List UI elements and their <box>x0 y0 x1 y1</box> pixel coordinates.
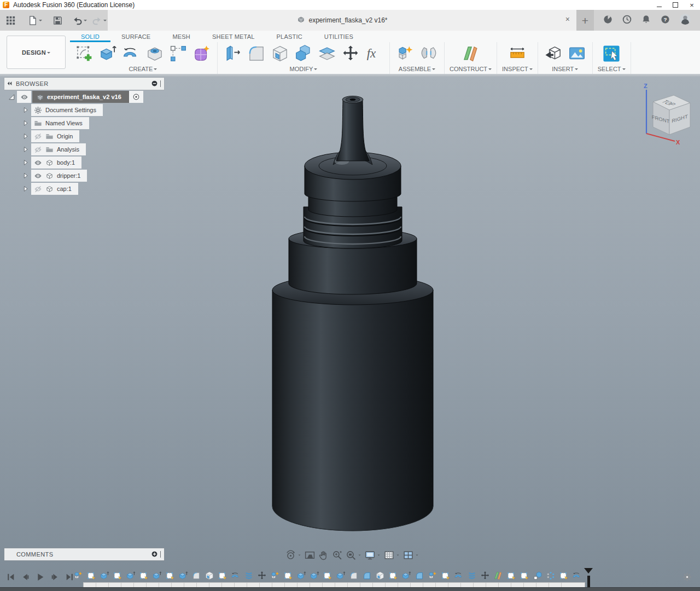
expander-closed-icon[interactable] <box>22 146 30 154</box>
timeline-skip-start-button[interactable] <box>5 572 15 582</box>
parameters-fx-button[interactable]: fx <box>364 43 384 64</box>
timeline-feature-sketch[interactable] <box>86 571 96 581</box>
combine-button[interactable] <box>293 43 314 64</box>
timeline-step-back-button[interactable] <box>20 572 30 582</box>
timeline-feature-circular-pattern[interactable] <box>546 571 556 581</box>
bottle-model[interactable] <box>260 92 440 536</box>
timeline-playhead[interactable] <box>584 568 593 589</box>
offset-face-button[interactable] <box>317 43 337 64</box>
browser-item-origin[interactable]: Origin <box>4 130 144 142</box>
expander-closed-icon[interactable] <box>22 185 30 193</box>
timeline-feature-revolve[interactable] <box>231 571 241 581</box>
timeline-settings-gear-icon[interactable] <box>682 572 692 584</box>
file-new-button[interactable] <box>26 14 44 27</box>
timeline-feature-sketch[interactable] <box>559 571 569 581</box>
hole-button[interactable] <box>144 43 165 64</box>
timeline-feature-coil[interactable] <box>467 571 477 581</box>
group-label-insert[interactable]: INSERT <box>552 66 578 72</box>
browser-item-named-views[interactable]: Named Views <box>4 117 144 129</box>
browser-item-body-1[interactable]: body:1 <box>4 157 144 169</box>
timeline-feature-extrude[interactable] <box>126 571 136 581</box>
help-button[interactable]: ? <box>660 14 670 27</box>
group-label-modify[interactable]: MODIFY <box>290 66 318 72</box>
timeline-feature-sketch[interactable] <box>139 571 149 581</box>
viewport-canvas[interactable]: Z X TOP FRONT RIGHT BROWSER experiment_f… <box>0 77 700 591</box>
minimize-panel-icon[interactable] <box>151 80 158 88</box>
timeline-feature-move[interactable] <box>480 571 490 581</box>
timeline-feature-extrude[interactable] <box>296 571 306 581</box>
fillet-button[interactable] <box>246 43 267 64</box>
collapse-panel-icon[interactable] <box>7 80 13 88</box>
browser-item-box[interactable]: dripper:1 <box>31 170 87 182</box>
timeline-feature-extrude[interactable] <box>336 571 346 581</box>
maximize-button[interactable] <box>667 0 684 10</box>
ribbon-tab-plastic[interactable]: PLASTIC <box>266 31 313 42</box>
add-comment-icon[interactable] <box>151 551 158 559</box>
revolve-button[interactable] <box>121 43 142 64</box>
new-component-button[interactable] <box>395 43 416 64</box>
ribbon-tab-sheet-metal[interactable]: SHEET METAL <box>201 31 266 42</box>
browser-item-box[interactable]: cap:1 <box>31 183 78 195</box>
timeline-feature-new-component[interactable] <box>270 571 280 581</box>
joint-button[interactable] <box>418 43 439 64</box>
shell-button[interactable] <box>270 43 290 64</box>
redo-button[interactable] <box>90 14 108 27</box>
expander-closed-icon[interactable] <box>22 172 30 180</box>
measure-button[interactable] <box>507 43 528 64</box>
timeline-feature-shell[interactable] <box>205 571 214 581</box>
expander-closed-icon[interactable] <box>22 132 30 141</box>
zoom-tool[interactable] <box>331 549 343 561</box>
timeline-feature-new-component[interactable] <box>428 571 438 581</box>
browser-item-analysis[interactable]: Analysis <box>4 143 144 155</box>
move-button[interactable] <box>340 43 361 64</box>
extrude-button[interactable] <box>97 43 118 64</box>
form-button[interactable] <box>191 43 212 64</box>
orbit-tool[interactable] <box>285 549 302 561</box>
timeline-feature-sketch[interactable] <box>113 571 122 581</box>
panel-grip[interactable] <box>160 551 162 558</box>
timeline-feature-fillet[interactable] <box>191 571 201 581</box>
new-document-tab-button[interactable]: + <box>576 10 594 31</box>
timeline-feature-sketch[interactable] <box>441 571 451 581</box>
group-label-create[interactable]: CREATE <box>129 66 158 72</box>
browser-panel-header[interactable]: BROWSER <box>4 78 164 90</box>
close-button[interactable]: × <box>684 0 700 10</box>
ribbon-tab-utilities[interactable]: UTILITIES <box>313 31 364 42</box>
view-cube[interactable]: Z X TOP FRONT RIGHT <box>628 81 692 146</box>
save-button[interactable] <box>51 14 65 27</box>
browser-item-dripper-1[interactable]: dripper:1 <box>4 170 144 182</box>
timeline-scroll-strip[interactable] <box>0 587 700 591</box>
timeline-feature-revolve[interactable] <box>572 571 582 581</box>
timeline-feature-sketch[interactable] <box>218 571 228 581</box>
timeline-feature-extrude[interactable] <box>178 571 188 581</box>
pan-tool[interactable] <box>318 549 329 561</box>
ribbon-tab-mesh[interactable]: MESH <box>161 31 201 42</box>
timeline-feature-extrude[interactable] <box>100 571 109 581</box>
user-avatar-button[interactable] <box>679 13 691 27</box>
extensions-button[interactable] <box>603 14 613 27</box>
canvas-button[interactable] <box>567 43 587 64</box>
expander-closed-icon[interactable] <box>22 159 30 167</box>
viewports-tool[interactable] <box>402 549 419 561</box>
browser-root-item[interactable]: experiment_flaska_v2 v16 <box>32 91 129 103</box>
browser-item-box[interactable]: Origin <box>31 130 79 142</box>
pattern-button[interactable] <box>168 43 189 64</box>
timeline-feature-shell[interactable] <box>375 571 385 581</box>
timeline-step-forward-button[interactable] <box>50 572 60 582</box>
display-settings-tool[interactable] <box>364 549 381 561</box>
browser-item-box[interactable]: Document Settings <box>31 104 103 116</box>
timeline-feature-coil[interactable] <box>244 571 254 581</box>
timeline-feature-sketch[interactable] <box>165 571 175 581</box>
ribbon-tab-surface[interactable]: SURFACE <box>110 31 161 42</box>
construction-plane-button[interactable] <box>460 43 481 64</box>
browser-item-cap-1[interactable]: cap:1 <box>4 183 144 195</box>
timeline-feature-extrude[interactable] <box>401 571 411 581</box>
timeline-feature-sketch[interactable] <box>388 571 398 581</box>
timeline-feature-sketch[interactable] <box>506 571 516 581</box>
activate-component-radio[interactable] <box>129 91 143 103</box>
timeline-feature-fillet[interactable] <box>349 571 359 581</box>
timeline-feature-fillet-blue[interactable] <box>415 571 424 581</box>
undo-button[interactable] <box>71 14 89 27</box>
look-at-tool[interactable] <box>304 549 316 561</box>
tab-close-icon[interactable]: × <box>565 15 570 23</box>
